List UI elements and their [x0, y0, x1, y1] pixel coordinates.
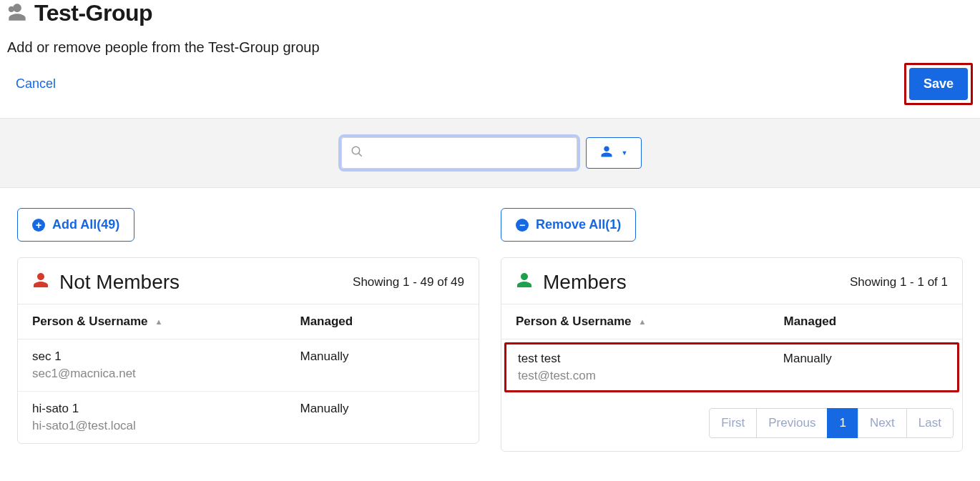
- managed-value: Manually: [300, 349, 464, 381]
- page-first[interactable]: First: [709, 408, 757, 438]
- search-type-dropdown[interactable]: ▼: [586, 137, 642, 169]
- add-all-button[interactable]: + Add All(49): [17, 208, 134, 242]
- search-bar: ▼: [0, 118, 980, 188]
- managed-value: Manually: [783, 352, 946, 383]
- save-button[interactable]: Save: [909, 68, 968, 100]
- search-input[interactable]: [369, 147, 568, 159]
- svg-point-0: [352, 147, 360, 154]
- not-members-column: + Add All(49) Not Members Showing 1 - 49…: [17, 208, 479, 452]
- members-column: − Remove All(1) Members Showing 1 - 1 of…: [501, 208, 963, 452]
- person-name: test test: [518, 352, 596, 366]
- column-managed[interactable]: Managed: [783, 314, 948, 329]
- pagination: First Previous 1 Next Last: [501, 395, 962, 451]
- search-icon: [351, 145, 363, 161]
- table-row[interactable]: hi-sato 1 hi-sato1@test.local Manually: [18, 392, 479, 443]
- remove-all-label: Remove All(1): [536, 217, 621, 232]
- person-name: hi-sato 1: [32, 402, 136, 416]
- person-icon: [600, 145, 613, 161]
- person-icon: [516, 271, 533, 294]
- not-members-title: Not Members: [59, 271, 180, 294]
- members-title: Members: [543, 271, 627, 294]
- minus-circle-icon: −: [516, 219, 529, 232]
- group-icon: [7, 2, 27, 25]
- page-title: Test-Group: [34, 0, 152, 26]
- person-icon: [32, 271, 49, 294]
- sort-asc-icon: ▲: [155, 317, 163, 326]
- column-managed[interactable]: Managed: [300, 314, 464, 329]
- page-subtitle: Add or remove people from the Test-Group…: [7, 39, 973, 56]
- sort-asc-icon: ▲: [639, 317, 647, 326]
- not-members-showing: Showing 1 - 49 of 49: [353, 275, 464, 289]
- managed-value: Manually: [300, 402, 464, 433]
- page-1[interactable]: 1: [827, 408, 858, 438]
- person-username: hi-sato1@test.local: [32, 419, 136, 433]
- search-focus-ring: [338, 134, 580, 172]
- column-person-username[interactable]: Person & Username ▲: [32, 314, 300, 329]
- table-row[interactable]: test test test@test.com Manually: [504, 342, 959, 392]
- members-panel: Members Showing 1 - 1 of 1 Person & User…: [501, 257, 963, 452]
- page-last[interactable]: Last: [906, 408, 954, 438]
- cancel-button[interactable]: Cancel: [7, 71, 64, 97]
- chevron-down-icon: ▼: [622, 149, 628, 157]
- members-showing: Showing 1 - 1 of 1: [850, 275, 948, 289]
- page-next[interactable]: Next: [858, 408, 907, 438]
- remove-all-button[interactable]: − Remove All(1): [501, 208, 636, 242]
- add-all-label: Add All(49): [52, 217, 119, 232]
- svg-line-1: [358, 153, 362, 157]
- page-previous[interactable]: Previous: [756, 408, 828, 438]
- save-highlight: Save: [904, 63, 973, 105]
- person-username: sec1@macnica.net: [32, 367, 136, 381]
- table-row[interactable]: sec 1 sec1@macnica.net Manually: [18, 339, 479, 392]
- column-person-username[interactable]: Person & Username ▲: [516, 314, 783, 329]
- not-members-panel: Not Members Showing 1 - 49 of 49 Person …: [17, 257, 479, 444]
- plus-circle-icon: +: [32, 219, 45, 232]
- person-name: sec 1: [32, 349, 136, 364]
- person-username: test@test.com: [518, 369, 596, 383]
